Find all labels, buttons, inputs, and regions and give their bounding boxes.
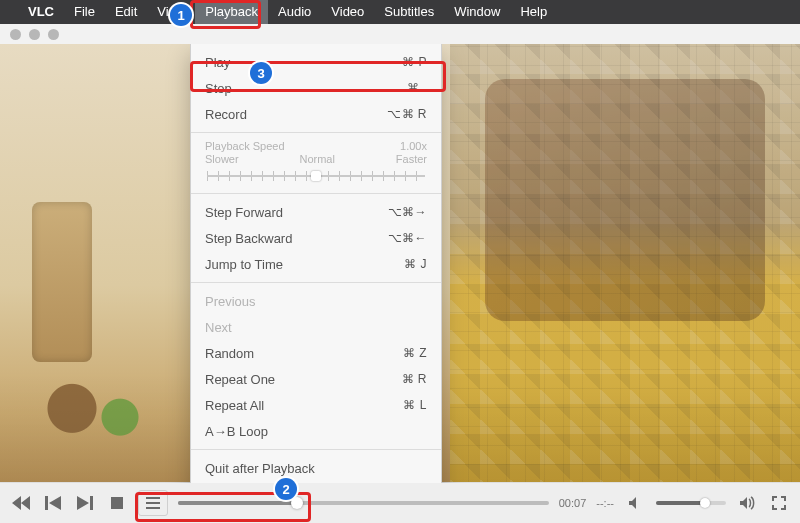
menu-shortcut: ⌘ Z <box>403 346 427 360</box>
menu-shortcut: ⌥⌘→ <box>388 205 428 219</box>
menu-label: Next <box>205 320 232 335</box>
menu-label: Record <box>205 107 247 122</box>
menu-label: Random <box>205 346 254 361</box>
menu-repeat-all[interactable]: Repeat All ⌘ L <box>191 392 441 418</box>
menu-label: Play <box>205 55 230 70</box>
menubar-item-subtitles[interactable]: Subtitles <box>374 0 444 24</box>
menu-random[interactable]: Random ⌘ Z <box>191 340 441 366</box>
annotation-badge-2: 2 <box>275 478 297 500</box>
window-titlebar <box>0 24 800 45</box>
menu-shortcut: ⌘ J <box>404 257 427 271</box>
playback-speed: Playback Speed 1.00x Slower Normal Faste… <box>191 138 441 188</box>
menu-quit-after-playback[interactable]: Quit after Playback <box>191 455 441 481</box>
menu-shortcut: ⌥⌘ R <box>387 107 427 121</box>
traffic-minimize-icon[interactable] <box>29 29 40 40</box>
menu-separator <box>191 193 441 194</box>
menu-label: Previous <box>205 294 256 309</box>
menubar-item-edit[interactable]: Edit <box>105 0 147 24</box>
time-total: --:-- <box>596 497 614 509</box>
volume-low-icon[interactable] <box>624 493 646 513</box>
menu-step-backward[interactable]: Step Backward ⌥⌘← <box>191 225 441 251</box>
menu-label: Repeat All <box>205 398 264 413</box>
stop-button[interactable] <box>106 493 128 513</box>
menu-shortcut: ⌘ L <box>403 398 427 412</box>
annotation-badge-1: 1 <box>170 4 192 26</box>
svg-rect-0 <box>111 497 123 509</box>
next-track-button[interactable] <box>74 493 96 513</box>
menu-separator <box>191 282 441 283</box>
volume-slider[interactable] <box>656 494 726 512</box>
menubar-item-audio[interactable]: Audio <box>268 0 321 24</box>
menu-label: Stop <box>205 81 232 96</box>
menu-shortcut: ⌘ R <box>402 372 428 386</box>
menubar-item-app[interactable]: VLC <box>18 0 64 24</box>
menu-label: Quit after Playback <box>205 461 315 476</box>
time-elapsed: 00:07 <box>559 497 587 509</box>
rewind-button[interactable] <box>10 493 32 513</box>
menu-label: A→B Loop <box>205 424 268 439</box>
menu-separator <box>191 449 441 450</box>
menubar-item-video[interactable]: Video <box>321 0 374 24</box>
speed-title: Playback Speed <box>205 140 285 152</box>
menu-label: Step Forward <box>205 205 283 220</box>
menu-label: Step Backward <box>205 231 292 246</box>
menu-next: Next <box>191 314 441 340</box>
speed-faster: Faster <box>396 153 427 165</box>
playlist-button[interactable] <box>138 490 168 516</box>
menu-step-forward[interactable]: Step Forward ⌥⌘→ <box>191 199 441 225</box>
menu-previous: Previous <box>191 288 441 314</box>
menu-separator <box>191 132 441 133</box>
volume-high-icon[interactable] <box>736 493 758 513</box>
menu-play[interactable]: Play ⌘ P <box>191 49 441 75</box>
annotation-badge-3: 3 <box>250 62 272 84</box>
prev-track-button[interactable] <box>42 493 64 513</box>
menu-shortcut: ⌥⌘← <box>388 231 428 245</box>
menu-jump-to-time[interactable]: Jump to Time ⌘ J <box>191 251 441 277</box>
menu-label: Repeat One <box>205 372 275 387</box>
menubar-item-help[interactable]: Help <box>510 0 557 24</box>
pixelated-region <box>450 44 800 483</box>
speed-slower: Slower <box>205 153 239 165</box>
playback-dropdown: Play ⌘ P Stop ⌘ . Record ⌥⌘ R Playback S… <box>190 44 442 483</box>
menu-ab-loop[interactable]: A→B Loop <box>191 418 441 444</box>
menu-shortcut: ⌘ . <box>407 81 427 95</box>
traffic-zoom-icon[interactable] <box>48 29 59 40</box>
vlc-window: Play ⌘ P Stop ⌘ . Record ⌥⌘ R Playback S… <box>0 24 800 523</box>
menu-record[interactable]: Record ⌥⌘ R <box>191 101 441 127</box>
speed-value: 1.00x <box>400 140 427 152</box>
menubar-item-playback[interactable]: Playback <box>195 0 268 24</box>
traffic-close-icon[interactable] <box>10 29 21 40</box>
fullscreen-button[interactable] <box>768 493 790 513</box>
speed-slider[interactable] <box>205 168 427 184</box>
mac-menubar: VLC File Edit View Playback Audio Video … <box>0 0 800 24</box>
menu-stop[interactable]: Stop ⌘ . <box>191 75 441 101</box>
video-area[interactable]: Play ⌘ P Stop ⌘ . Record ⌥⌘ R Playback S… <box>0 44 800 483</box>
menubar-item-window[interactable]: Window <box>444 0 510 24</box>
menu-label: Jump to Time <box>205 257 283 272</box>
seek-slider[interactable] <box>178 494 549 512</box>
menu-repeat-one[interactable]: Repeat One ⌘ R <box>191 366 441 392</box>
speed-normal: Normal <box>299 153 334 165</box>
menubar-item-file[interactable]: File <box>64 0 105 24</box>
player-controls: 00:07 --:-- <box>0 482 800 523</box>
menu-shortcut: ⌘ P <box>402 55 427 69</box>
